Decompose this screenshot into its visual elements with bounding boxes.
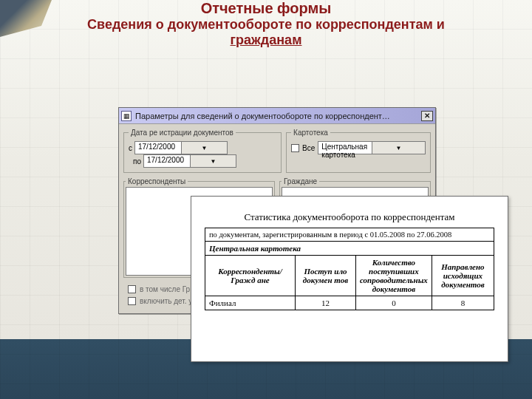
group-reg-dates: Дата ре истрации документов с 17/12/2000… — [123, 129, 282, 173]
cell-name: Филиал — [205, 296, 296, 310]
cell-in-accomp: 0 — [356, 296, 432, 310]
chevron-down-icon[interactable]: ▼ — [181, 142, 227, 154]
report-title: Статистика документооборота по корреспон… — [205, 211, 494, 223]
report-kartoteka-row: Центральная картотека — [205, 242, 494, 256]
report-header-row: Корреспонденты/Гражд ане Поступ ило доку… — [205, 256, 494, 296]
check-include-gr-label: в том числе Гр… — [140, 285, 197, 293]
date-to-value: 17/12/2000 — [144, 155, 190, 167]
report-kartoteka: Центральная картотека — [205, 242, 494, 256]
kartoteka-legend: Картотека — [291, 129, 330, 137]
chevron-down-icon[interactable]: ▼ — [372, 142, 425, 154]
reg-dates-legend: Дата ре истрации документов — [129, 129, 236, 137]
col-head-1: Поступ ило докумен тов — [295, 256, 355, 296]
report-period-row: по документам, зарегистрированным в пери… — [205, 228, 494, 242]
close-button[interactable]: ✕ — [421, 111, 433, 121]
date-to-field: по 17/12/2000 ▼ — [133, 154, 236, 168]
page-title-line1: Отчетные формы — [0, 0, 532, 17]
col-head-0: Корреспонденты/Гражд ане — [205, 256, 296, 296]
col-head-2: Количество поступивших сопроводительных … — [356, 256, 432, 296]
korres-legend: Корреспонденты — [126, 177, 188, 185]
grazh-legend: Граждане — [282, 177, 319, 185]
cell-out-docs: 8 — [432, 296, 494, 310]
check-include-detail[interactable] — [128, 297, 136, 305]
table-row: Филиал 12 0 8 — [205, 296, 494, 310]
kartoteka-selected: Центральная картотека — [318, 142, 371, 154]
dialog-titlebar[interactable]: ▦ Параметры для сведений о документообор… — [119, 108, 435, 124]
all-checkbox[interactable] — [291, 144, 299, 152]
date-from-label: с — [129, 144, 132, 152]
date-from-field: с 17/12/2000 ▼ — [129, 141, 228, 154]
dialog-title: Параметры для сведений о документооборот… — [135, 112, 390, 120]
chevron-down-icon[interactable]: ▼ — [190, 155, 236, 167]
group-kartoteka: Картотека Все Центральная картотека ▼ — [286, 129, 431, 173]
date-from-input[interactable]: 17/12/2000 ▼ — [134, 141, 228, 154]
all-label: Все — [302, 144, 315, 152]
page-title-line2: Сведения о документообороте по корреспон… — [0, 17, 532, 33]
check-include-gr[interactable] — [128, 285, 136, 293]
app-icon: ▦ — [121, 111, 132, 121]
report-period-text: по документам, зарегистрированным в пери… — [205, 228, 494, 242]
col-head-3: Направлено исходящих документов — [432, 256, 494, 296]
date-from-value: 17/12/2000 — [135, 142, 181, 154]
report-window: Статистика документооборота по корреспон… — [191, 196, 508, 362]
cell-in-docs: 12 — [295, 296, 355, 310]
page-title-line3: гражданам — [0, 33, 532, 48]
kartoteka-select[interactable]: Центральная картотека ▼ — [318, 141, 426, 154]
close-icon: ✕ — [424, 112, 430, 120]
page-title: Отчетные формы Сведения о документооборо… — [0, 0, 532, 48]
date-to-label: по — [133, 157, 141, 166]
report-table: по документам, зарегистрированным в пери… — [205, 228, 494, 310]
date-to-input[interactable]: 17/12/2000 ▼ — [143, 154, 236, 168]
